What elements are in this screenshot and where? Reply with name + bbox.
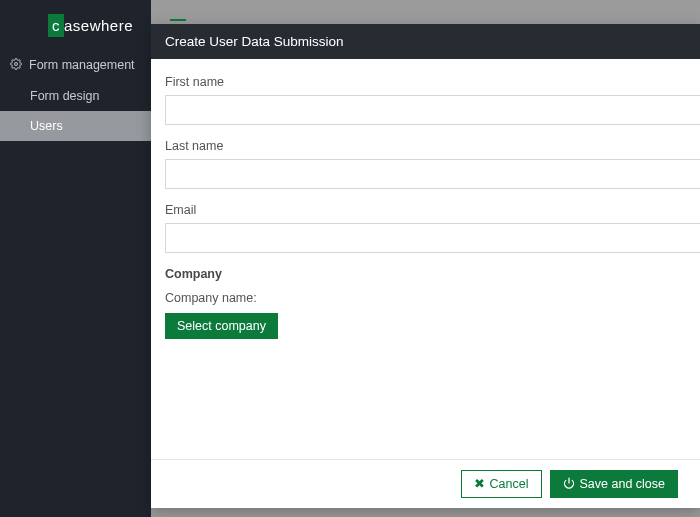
modal-body: First name Last name Email Company Compa… [151,59,700,459]
last-name-label: Last name [165,139,700,153]
cancel-button-label: Cancel [490,477,529,491]
save-button-label: Save and close [580,477,665,491]
last-name-input[interactable] [165,159,700,189]
gear-icon [10,58,22,73]
cancel-button[interactable]: ✖ Cancel [461,470,542,499]
brand: casewhere [0,0,151,50]
power-icon [563,477,575,492]
field-first-name: First name [165,75,700,125]
field-last-name: Last name [165,139,700,189]
modal-footer: ✖ Cancel Save and close [151,459,700,509]
svg-point-0 [15,63,18,66]
modal-title: Create User Data Submission [151,24,700,59]
sidebar-section-form-management[interactable]: Form management [0,50,151,81]
close-icon: ✖ [474,478,485,491]
nav-section: Form management Form design Users [0,50,151,141]
sidebar-item-label: Form design [30,89,99,103]
sidebar-item-label: Users [30,119,63,133]
field-email: Email [165,203,700,253]
company-name-label: Company name: [165,291,700,305]
company-section-title: Company [165,267,700,281]
select-company-button[interactable]: Select company [165,313,278,339]
first-name-input[interactable] [165,95,700,125]
sidebar: casewhere Form management Form design Us… [0,0,151,517]
first-name-label: First name [165,75,700,89]
email-label: Email [165,203,700,217]
sidebar-section-label: Form management [29,58,135,72]
sidebar-item-form-design[interactable]: Form design [0,81,151,111]
email-input[interactable] [165,223,700,253]
modal-create-user-data-submission: Create User Data Submission First name L… [151,24,700,508]
brand-name: casewhere [48,17,133,34]
save-and-close-button[interactable]: Save and close [550,470,678,499]
sidebar-item-users[interactable]: Users [0,111,151,141]
